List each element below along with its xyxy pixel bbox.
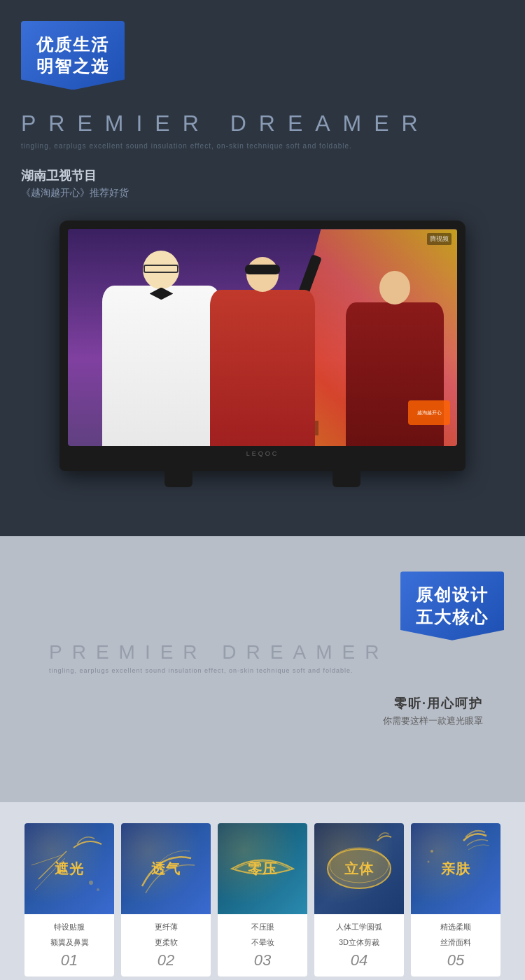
card-4-icon: 立体 xyxy=(344,860,374,878)
card-3-desc2: 不晕妆 xyxy=(223,937,302,948)
tagline-main: 零听·用心呵护 xyxy=(21,695,483,712)
card-1-body: 特设贴服 额翼及鼻翼 01 xyxy=(24,914,114,976)
channel-info: 湖南卫视节目 《越淘越开心》推荐好货 xyxy=(21,167,504,200)
features-badge-line1: 原创设计 xyxy=(416,584,489,606)
tv-stand xyxy=(59,470,465,487)
corner-logo-text: 越淘越开心 xyxy=(417,410,442,416)
card-4-image: 立体 xyxy=(314,823,404,914)
section-top: 优质生活 明智之选 PREMIER DREAMER tingling, earp… xyxy=(0,0,525,536)
tagline-sub: 你需要这样一款遮光眼罩 xyxy=(21,715,483,727)
tv-brand: LEQOC xyxy=(68,446,457,457)
tv-leg-left xyxy=(164,470,192,487)
features-watermark-sub: tingling, earplugs excellent sound insul… xyxy=(21,667,504,674)
tv-screen: 我们来见证奇迹的时刻到了 腾视频 越淘越开心 xyxy=(68,229,457,446)
card-5-desc2: 丝滑面料 xyxy=(416,937,495,948)
card-1-desc2: 额翼及鼻翼 xyxy=(30,937,108,948)
card-3-desc1: 不压眼 xyxy=(223,921,302,933)
card-1-desc1: 特设贴服 xyxy=(30,921,108,933)
tv-logo: 腾视频 xyxy=(427,233,451,245)
top-badge: 优质生活 明智之选 xyxy=(21,21,125,90)
card-5-icon: 亲肤 xyxy=(441,860,470,878)
channel-name: 湖南卫视节目 xyxy=(21,167,504,184)
card-1-number: 01 xyxy=(30,951,108,969)
card-2-desc2: 更柔软 xyxy=(127,937,205,948)
header-subtitle: tingling, earplugs excellent sound insul… xyxy=(21,142,504,150)
card-2-image: 透气 xyxy=(121,823,211,914)
svg-point-8 xyxy=(428,861,430,863)
card-2-body: 更纤薄 更柔软 02 xyxy=(121,914,211,976)
card-3-number: 03 xyxy=(223,951,302,969)
card-4-number: 04 xyxy=(320,951,398,969)
premier-title: PREMIER DREAMER xyxy=(21,111,504,136)
badge-line2: 明智之选 xyxy=(36,55,109,77)
card-4-body: 人体工学圆弧 3D立体剪裁 04 xyxy=(314,914,404,976)
card-4-desc2: 3D立体剪裁 xyxy=(320,937,398,948)
tv-leg-right xyxy=(332,470,360,487)
card-3-icon: 零压 xyxy=(248,860,277,878)
features-badge-line2: 五大核心 xyxy=(416,606,489,628)
cards-grid: 遮光 特设贴服 额翼及鼻翼 01 透气 更纤薄 更柔软 02 xyxy=(14,823,511,976)
channel-show: 《越淘越开心》推荐好货 xyxy=(21,187,504,200)
card-1-icon: 遮光 xyxy=(55,860,84,878)
card-2: 透气 更纤薄 更柔软 02 xyxy=(121,823,211,976)
card-5-number: 05 xyxy=(416,951,495,969)
card-5-desc1: 精选柔顺 xyxy=(416,921,495,933)
svg-point-4 xyxy=(97,888,99,891)
card-1: 遮光 特设贴服 额翼及鼻翼 01 xyxy=(24,823,114,976)
card-3-body: 不压眼 不晕妆 03 xyxy=(218,914,307,976)
card-2-number: 02 xyxy=(127,951,205,969)
features-badge: 原创设计 五大核心 xyxy=(400,571,504,640)
feature-tagline: 零听·用心呵护 你需要这样一款遮光眼罩 xyxy=(21,695,504,727)
card-1-image: 遮光 xyxy=(24,823,114,914)
features-watermark: PREMIER DREAMER xyxy=(21,641,504,664)
card-5: 亲肤 精选柔顺 丝滑面料 05 xyxy=(411,823,500,976)
svg-point-3 xyxy=(89,881,93,885)
card-3: 零压 不压眼 不晕妆 03 xyxy=(218,823,307,976)
badge-line1: 优质生活 xyxy=(36,34,109,55)
card-2-icon: 透气 xyxy=(151,860,181,878)
section-features: 原创设计 五大核心 PREMIER DREAMER tingling, earp… xyxy=(0,536,525,802)
card-5-image: 亲肤 xyxy=(411,823,500,914)
card-4: 立体 人体工学圆弧 3D立体剪裁 04 xyxy=(314,823,404,976)
tv-frame: 我们来见证奇迹的时刻到了 腾视频 越淘越开心 LEQOC xyxy=(59,220,465,471)
card-5-body: 精选柔顺 丝滑面料 05 xyxy=(411,914,500,976)
card-2-desc1: 更纤薄 xyxy=(127,921,205,933)
card-4-desc1: 人体工学圆弧 xyxy=(320,921,398,933)
tv-corner-logo: 越淘越开心 xyxy=(408,400,450,425)
card-3-image: 零压 xyxy=(218,823,307,914)
tv-container: 我们来见证奇迹的时刻到了 腾视频 越淘越开心 LEQOC xyxy=(59,220,465,487)
section-cards: 遮光 特设贴服 额翼及鼻翼 01 透气 更纤薄 更柔软 02 xyxy=(0,802,525,980)
tv-scene: 我们来见证奇迹的时刻到了 腾视频 越淘越开心 xyxy=(68,229,457,446)
svg-point-7 xyxy=(430,850,433,853)
